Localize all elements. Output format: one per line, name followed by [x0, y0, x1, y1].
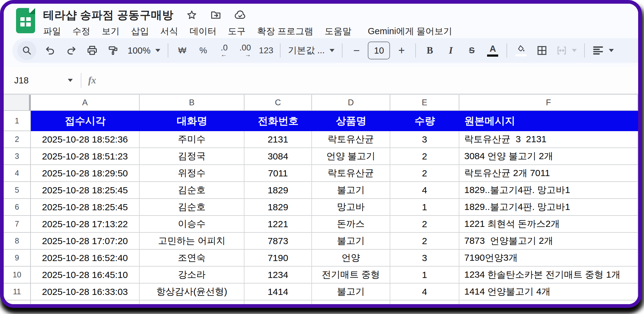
cell-product[interactable]: 전기매트 중형 — [312, 267, 390, 284]
menu-insert[interactable]: 삽입 — [131, 25, 149, 38]
row-number[interactable]: 6 — [4, 199, 31, 216]
cell-qty[interactable]: 4 — [390, 284, 459, 300]
cell-phone[interactable]: 1829 — [244, 182, 312, 199]
cell-time[interactable]: 2025-10-28 18:51:23 — [31, 148, 140, 165]
header-cell-time[interactable]: 접수시각 — [31, 111, 140, 131]
cell-product[interactable]: 락토유산균 — [312, 131, 390, 148]
cell-time[interactable]: 2025-10-28 18:25:45 — [31, 199, 140, 216]
menu-help[interactable]: 도움말 — [325, 25, 351, 38]
menu-format[interactable]: 서식 — [160, 25, 178, 38]
cell-phone[interactable]: 1234 — [244, 267, 312, 284]
menu-view[interactable]: 보기 — [102, 25, 120, 38]
cell-qty[interactable]: 2 — [390, 148, 459, 165]
menu-data[interactable]: 데이터 — [190, 25, 216, 38]
cell-qty[interactable]: 3 — [390, 250, 459, 267]
cell-name[interactable]: 김순호 — [140, 199, 244, 216]
header-cell-product[interactable]: 상품명 — [312, 111, 390, 131]
horizontal-align-button[interactable] — [589, 41, 617, 60]
cell-qty[interactable]: 2 — [390, 216, 459, 233]
row-number[interactable]: 8 — [4, 233, 31, 250]
row-number[interactable]: 3 — [4, 148, 31, 165]
undo-icon[interactable] — [41, 41, 60, 60]
menu-edit[interactable]: 수정 — [72, 25, 90, 38]
menu-tools[interactable]: 도구 — [228, 25, 246, 38]
decrease-decimal-button[interactable]: .0← — [215, 41, 234, 60]
row-number[interactable]: 10 — [4, 267, 31, 284]
borders-button[interactable] — [532, 41, 552, 60]
cell-time[interactable]: 2025-10-28 16:52:40 — [31, 250, 140, 267]
cell-phone[interactable]: 7011 — [244, 165, 312, 182]
menu-ask-gemini[interactable]: Gemini에게 물어보기 — [368, 25, 452, 38]
increase-font-size-button[interactable]: + — [392, 41, 411, 60]
cell-name[interactable]: 김순호 — [140, 182, 244, 199]
cell-product[interactable]: 불고기 — [312, 284, 390, 300]
cell-name[interactable]: 이승수 — [140, 216, 244, 233]
cell-message[interactable]: 7873 언양불고기 2개 — [459, 233, 638, 250]
cell-qty[interactable]: 2 — [390, 233, 459, 250]
column-header-e[interactable]: E — [390, 95, 459, 111]
column-header-a[interactable]: A — [31, 95, 140, 111]
cell-name[interactable]: 고민하는 어피치 — [140, 233, 244, 250]
header-cell-name[interactable]: 대화명 — [140, 111, 244, 131]
cell-name[interactable]: 항상감사(윤선형) — [140, 284, 244, 300]
cell-time[interactable]: 2025-10-28 18:29:50 — [31, 165, 140, 182]
cell-name[interactable]: 조연숙 — [140, 250, 244, 267]
column-header-d[interactable]: D — [312, 95, 390, 111]
cell-phone[interactable]: 2131 — [244, 131, 312, 148]
sheets-logo-icon[interactable] — [16, 8, 35, 33]
number-format-select[interactable]: 기본값 ... — [285, 41, 338, 60]
row-number[interactable]: 7 — [4, 216, 31, 233]
cell-message[interactable]: 1829..불고기4판. 망고바1 — [459, 182, 638, 199]
bold-button[interactable]: B — [420, 41, 439, 60]
cell-message[interactable]: 7190언양3개 — [459, 250, 638, 267]
format-currency-button[interactable]: ₩ — [173, 41, 192, 60]
cell-message[interactable]: 락토유산균 2개 7011 — [459, 165, 638, 182]
decrease-font-size-button[interactable]: − — [347, 41, 366, 60]
cell-time[interactable]: 2025-10-28 16:45:10 — [31, 267, 140, 284]
print-icon[interactable] — [83, 41, 102, 60]
row-number[interactable]: 9 — [4, 250, 31, 267]
column-header-c[interactable]: C — [244, 95, 312, 111]
header-cell-phone[interactable]: 전화번호 — [244, 111, 312, 131]
menu-extensions[interactable]: 확장 프로그램 — [257, 25, 313, 38]
row-number[interactable]: 11 — [4, 284, 31, 300]
redo-icon[interactable] — [62, 41, 81, 60]
more-formats-button[interactable]: 123 — [256, 41, 276, 60]
cell-qty[interactable]: 4 — [390, 182, 459, 199]
font-size-field[interactable]: 10 — [368, 41, 390, 60]
cell-phone[interactable]: 7190 — [244, 250, 312, 267]
header-cell-message[interactable]: 원본메시지 — [459, 111, 638, 131]
cell-message[interactable]: 1221 최현석 돈까스2개 — [459, 216, 638, 233]
cell-name[interactable]: 주미수 — [140, 131, 244, 148]
cell-name[interactable]: 김정국 — [140, 148, 244, 165]
formula-input[interactable] — [96, 67, 638, 94]
cell-phone[interactable]: 1414 — [244, 284, 312, 300]
cell-product[interactable]: 불고기 — [312, 182, 390, 199]
cell-phone[interactable]: 3084 — [244, 148, 312, 165]
strikethrough-button[interactable]: S — [462, 41, 481, 60]
increase-decimal-button[interactable]: .00→ — [236, 41, 255, 60]
menu-file[interactable]: 파일 — [43, 25, 61, 38]
name-box[interactable]: J18 — [14, 75, 73, 86]
cell-message[interactable]: 1829..불고기4판. 망고바1 — [459, 199, 638, 216]
star-icon[interactable] — [186, 9, 198, 21]
cell-product[interactable]: 언양 — [312, 250, 390, 267]
cell-time[interactable]: 2025-10-28 16:33:03 — [31, 284, 140, 300]
zoom-select[interactable]: 100% — [125, 41, 163, 60]
cell-message[interactable]: 락토유산균 3 2131 — [459, 131, 638, 148]
cell-product[interactable]: 돈까스 — [312, 216, 390, 233]
cell-phone[interactable]: 1829 — [244, 199, 312, 216]
cell-product[interactable]: 락토유산균 — [312, 165, 390, 182]
cell-product[interactable]: 언양 불고기 — [312, 148, 390, 165]
cell-phone[interactable]: 7873 — [244, 233, 312, 250]
cell-message[interactable]: 1414 언양불고기 4개 — [459, 284, 638, 300]
merge-cells-button[interactable] — [553, 41, 580, 60]
format-percent-button[interactable]: % — [194, 41, 213, 60]
fill-color-button[interactable] — [511, 41, 531, 60]
move-to-folder-icon[interactable] — [210, 9, 222, 21]
cell-time[interactable]: 2025-10-28 17:13:22 — [31, 216, 140, 233]
cell-qty[interactable]: 3 — [390, 131, 459, 148]
row-number[interactable] — [4, 300, 31, 306]
cell-phone[interactable]: 1221 — [244, 216, 312, 233]
cell-time[interactable]: 2025-10-28 18:52:36 — [31, 131, 140, 148]
